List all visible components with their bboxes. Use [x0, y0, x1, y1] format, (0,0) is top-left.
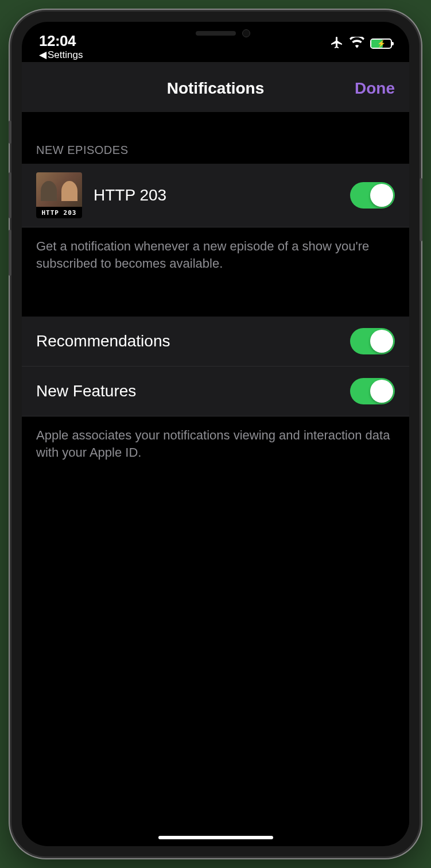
list-item-http203[interactable]: HTTP 203 HTTP 203	[22, 164, 409, 227]
section-footer-general: Apple associates your notifications view…	[22, 416, 409, 471]
screen: 12:04 ◀ Settings ⚡ Notifica	[22, 22, 409, 846]
nav-bar: Notifications Done	[22, 62, 409, 112]
toggle-new-features[interactable]	[350, 378, 395, 404]
list-item-new-features[interactable]: New Features	[22, 367, 409, 416]
speaker	[196, 31, 236, 36]
status-time: 12:04	[39, 32, 83, 50]
podcast-artwork: HTTP 203	[36, 172, 82, 218]
item-label: Recommendations	[36, 332, 339, 350]
battery-icon: ⚡	[370, 38, 392, 49]
list-item-recommendations[interactable]: Recommendations	[22, 317, 409, 367]
back-label: Settings	[48, 49, 83, 61]
toggle-knob	[370, 380, 393, 403]
toggle-recommendations[interactable]	[350, 328, 395, 354]
phone-frame: 12:04 ◀ Settings ⚡ Notifica	[11, 11, 420, 857]
airplane-icon	[330, 36, 344, 52]
content: NEW EPISODES HTTP 203 HTTP 203 Get a not…	[22, 112, 409, 827]
wifi-icon	[350, 37, 364, 51]
item-label: HTTP 203	[94, 186, 339, 205]
section-header-new-episodes: NEW EPISODES	[22, 112, 409, 164]
section-footer-new-episodes: Get a notification whenever a new episod…	[22, 227, 409, 282]
back-to-settings[interactable]: ◀ Settings	[39, 49, 83, 61]
home-indicator[interactable]	[158, 836, 273, 839]
chevron-left-icon: ◀	[39, 49, 46, 61]
toggle-knob	[370, 184, 393, 207]
toggle-knob	[370, 330, 393, 353]
thumb-label: HTTP 203	[36, 207, 82, 218]
power-button	[420, 178, 422, 241]
volume-up	[9, 172, 11, 218]
toggle-http203[interactable]	[350, 182, 395, 209]
mute-switch	[9, 121, 11, 144]
done-button[interactable]: Done	[355, 79, 395, 98]
item-label: New Features	[36, 382, 339, 400]
notch	[135, 22, 296, 45]
volume-down	[9, 230, 11, 276]
page-title: Notifications	[167, 79, 265, 98]
front-camera	[242, 29, 250, 37]
charging-icon: ⚡	[377, 40, 386, 48]
